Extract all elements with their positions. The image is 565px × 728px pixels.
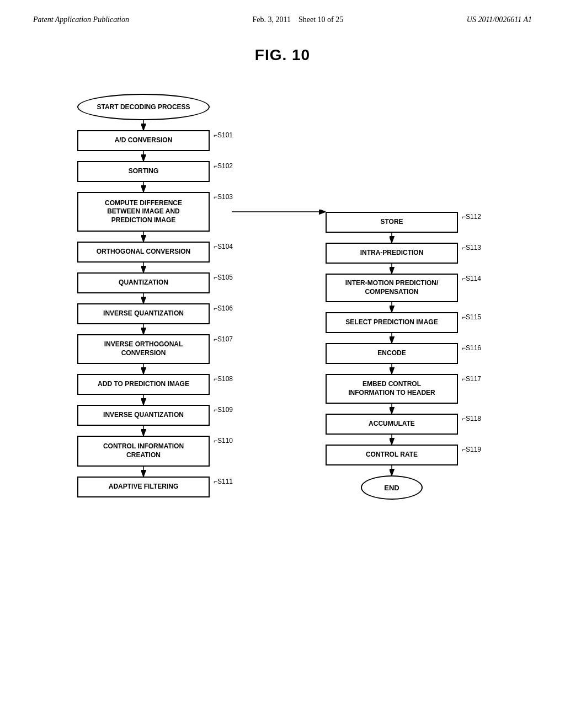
s104-box: ORTHOGONAL CONVERSION [77, 242, 210, 263]
s114-label: ⌐S114 [462, 275, 481, 282]
s108-box: ADD TO PREDICTION IMAGE [77, 374, 210, 395]
s107-label: ⌐S107 [214, 335, 233, 343]
s105-label: ⌐S105 [214, 274, 233, 281]
s115-box: SELECT PREDICTION IMAGE [326, 312, 458, 333]
s110-label: ⌐S110 [214, 437, 233, 445]
s116-box: ENCODE [326, 343, 458, 364]
s106-box: INVERSE QUANTIZATION [77, 303, 210, 324]
s111-box: ADAPTIVE FILTERING [77, 477, 210, 497]
s108-label: ⌐S108 [214, 375, 233, 383]
s101-label: ⌐S101 [214, 131, 233, 139]
s118-box: ACCUMULATE [326, 414, 458, 435]
start-oval: START DECODING PROCESS [77, 94, 210, 120]
s102-box: SORTING [77, 161, 210, 182]
s105-box: QUANTIZATION [77, 272, 210, 293]
s113-box: INTRA-PREDICTION [326, 243, 458, 264]
end-oval: END [361, 475, 423, 500]
s115-label: ⌐S115 [462, 313, 481, 321]
diagram: START DECODING PROCESS A/D CONVERSION ⌐S… [44, 88, 530, 695]
s107-box: INVERSE ORTHOGONALCONVERSION [77, 334, 210, 364]
s101-box: A/D CONVERSION [77, 130, 210, 151]
s103-label: ⌐S103 [214, 193, 233, 201]
header-left: Patent Application Publication [33, 15, 129, 24]
s119-label: ⌐S119 [462, 446, 481, 453]
s109-box: INVERSE QUANTIZATION [77, 405, 210, 426]
header-right: US 2011/0026611 A1 [467, 15, 532, 24]
page-header: Patent Application Publication Feb. 3, 2… [0, 0, 565, 24]
s118-label: ⌐S118 [462, 415, 481, 422]
s111-label: ⌐S111 [214, 478, 233, 485]
s110-box: CONTROL INFORMATIONCREATION [77, 436, 210, 467]
s114-box: INTER-MOTION PREDICTION/COMPENSATION [326, 274, 458, 302]
header-center: Feb. 3, 2011 Sheet 10 of 25 [252, 15, 343, 24]
s109-label: ⌐S109 [214, 406, 233, 414]
s113-label: ⌐S113 [462, 244, 481, 251]
s104-label: ⌐S104 [214, 243, 233, 250]
s119-box: CONTROL RATE [326, 445, 458, 465]
s112-box: STORE [326, 212, 458, 233]
s116-label: ⌐S116 [462, 344, 481, 352]
s103-box: COMPUTE DIFFERENCEBETWEEN IMAGE ANDPREDI… [77, 192, 210, 232]
s117-box: EMBED CONTROLINFORMATION TO HEADER [326, 374, 458, 404]
figure-title: FIG. 10 [0, 46, 565, 64]
s117-label: ⌐S117 [462, 375, 481, 383]
s112-label: ⌐S112 [462, 213, 481, 221]
s106-label: ⌐S106 [214, 304, 233, 312]
s102-label: ⌐S102 [214, 162, 233, 170]
